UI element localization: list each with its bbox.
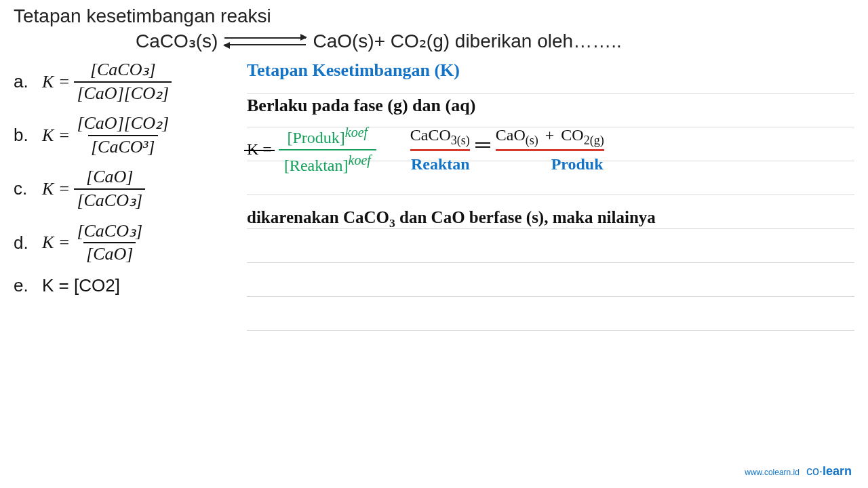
option-e: e. K = [CO2] (14, 275, 237, 296)
page-title: Tetapan kesetimbangan reaksi (14, 5, 854, 27)
eq-left: CaCO₃(s) (136, 30, 218, 52)
k-equals: K = [CaO][CO₂] [CaCO³] (42, 114, 172, 157)
footer-url: www.colearn.id (745, 468, 800, 477)
eq-right: CaO(s)+ CO₂(g) diberikan oleh…….. (313, 30, 621, 52)
fraction: [CaO][CO₂] [CaCO³] (74, 114, 172, 157)
answer-options: a. K = [CaCO₃] [CaO][CO₂] b. K = [CaO][C… (14, 60, 237, 359)
k-equals-struck: K = (247, 140, 272, 159)
equilibrium-arrow-icon (224, 33, 306, 49)
equilibrium-arrow-icon (475, 139, 490, 151)
fraction: [Produk]koef [Reaktan]koef (279, 123, 376, 177)
rxn-equation: CaCO3(s) CaO(s) + CO2(g) (410, 126, 604, 151)
reaction-equation: CaCO₃(s) CaO(s)+ CO₂(g) diberikan oleh……… (136, 30, 854, 52)
formula-row: K = [Produk]koef [Reaktan]koef CaCO3(s) … (247, 123, 854, 177)
label-produk: Produk (551, 155, 604, 174)
fraction: [CaCO₃] [CaO][CO₂] (74, 60, 172, 103)
option-letter: a. (14, 71, 33, 92)
explain-note: dikarenakan CaCO3 dan CaO berfase (s), m… (247, 208, 854, 230)
option-d: d. K = [CaCO₃] [CaO] (14, 222, 237, 264)
k-equals: K = [CaCO₃] [CaO][CO₂] (42, 60, 172, 103)
option-a: a. K = [CaCO₃] [CaO][CO₂] (14, 60, 237, 103)
option-letter: e. (14, 275, 33, 296)
label-reaktan: Reaktan (411, 155, 470, 174)
footer-brand: www.colearn.id co·learn (745, 464, 852, 479)
option-e-text: K = [CO2] (42, 275, 120, 296)
brand-logo: co·learn (806, 464, 852, 479)
product-terms: CaO(s) + CO2(g) (496, 126, 604, 151)
option-c: c. K = [CaO] [CaCO₃] (14, 167, 237, 210)
k-general-formula: K = [Produk]koef [Reaktan]koef (247, 123, 376, 177)
k-equals: K = [CaCO₃] [CaO] (42, 222, 145, 264)
option-b: b. K = [CaO][CO₂] [CaCO³] (14, 114, 237, 157)
rxn-labels: Reaktan Produk (411, 155, 604, 174)
k-equals: K = [CaO] [CaCO₃] (42, 167, 145, 210)
option-letter: d. (14, 232, 33, 253)
annotated-reaction: CaCO3(s) CaO(s) + CO2(g) Reaktan Produk (410, 126, 604, 174)
reactant-term: CaCO3(s) (410, 126, 470, 151)
option-letter: c. (14, 178, 33, 199)
fraction: [CaO] [CaCO₃] (74, 167, 145, 210)
fraction: [CaCO₃] [CaO] (74, 222, 145, 264)
explanation-panel: Tetapan Kesetimbangan (K) Berlaku pada f… (247, 60, 854, 359)
explain-heading: Tetapan Kesetimbangan (K) (247, 60, 854, 83)
option-letter: b. (14, 125, 33, 146)
explain-subheading: Berlaku pada fase (g) dan (aq) (247, 83, 854, 116)
